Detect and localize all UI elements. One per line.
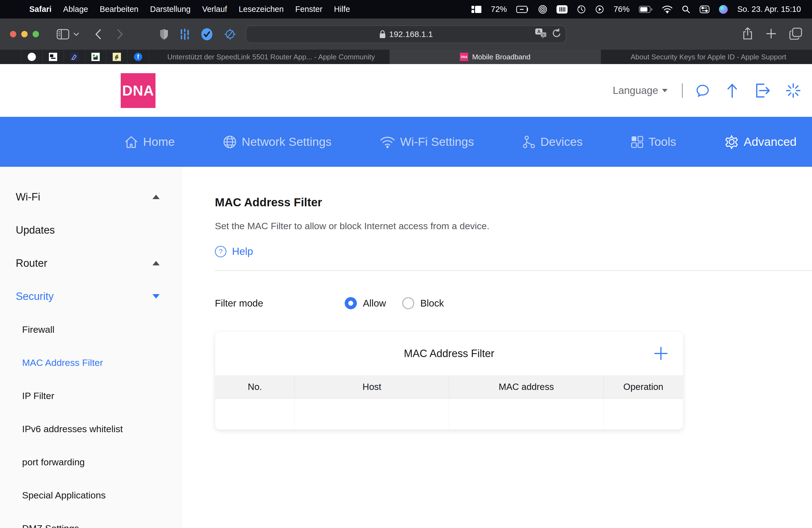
back-button[interactable] — [95, 29, 101, 40]
small-battery-icon[interactable] — [516, 6, 529, 13]
wifi-icon[interactable] — [662, 5, 672, 13]
nav-label: Devices — [540, 135, 583, 149]
forward-button[interactable] — [117, 29, 124, 40]
minimize-window-button[interactable] — [21, 31, 28, 37]
sidebar-section-security[interactable]: Security — [0, 291, 181, 303]
tab-title: Mobile Broadband — [472, 53, 530, 61]
language-caret-icon — [662, 89, 668, 92]
filter-mode-label: Filter mode — [215, 298, 345, 309]
privacy-shield-icon[interactable] — [159, 28, 169, 40]
section-label: Security — [16, 291, 54, 303]
section-label: Updates — [16, 224, 55, 236]
feedback-chat-icon[interactable] — [695, 84, 710, 98]
safari-toolbar: 192.168.1.1 Ax — [0, 18, 812, 50]
sidebar-toggle-icon[interactable] — [57, 29, 69, 40]
svg-text:x: x — [543, 33, 545, 37]
battery-icon[interactable] — [639, 6, 653, 13]
sidebar-item-dmz-settings[interactable]: DMZ Settings — [0, 523, 79, 528]
stage-manager-icon[interactable] — [472, 5, 481, 14]
zoom-window-button[interactable] — [33, 31, 39, 37]
tab-title: Unterstützt der SpeedLink 5501 Router Ap… — [168, 53, 375, 61]
collapse-up-icon — [153, 261, 160, 265]
spotlight-icon[interactable] — [682, 5, 690, 14]
card-header: MAC Address Filter — [215, 332, 683, 375]
help-question-icon: ? — [215, 246, 227, 258]
adguard-extension-icon[interactable] — [180, 28, 190, 40]
menu-safari[interactable]: Safari — [24, 5, 57, 14]
page-description: Set the MAC Filter to allow or block Int… — [215, 221, 812, 231]
sidebar-section-wifi[interactable]: Wi-Fi — [0, 191, 181, 203]
menu-hilfe[interactable]: Hilfe — [328, 5, 356, 14]
menu-darstellung[interactable]: Darstellung — [144, 5, 197, 14]
nav-devices[interactable]: Devices — [522, 135, 583, 149]
pinned-tab-green-trees[interactable] — [85, 50, 106, 64]
menu-lesezeichen[interactable]: Lesezeichen — [233, 5, 289, 14]
nav-label: Tools — [649, 135, 676, 149]
logout-icon[interactable] — [755, 83, 770, 98]
sidebar-item-firewall[interactable]: Firewall — [0, 324, 54, 335]
now-playing-icon[interactable] — [595, 5, 604, 14]
tab-overview-icon[interactable] — [789, 28, 802, 41]
nav-wifi-settings[interactable]: Wi-Fi Settings — [380, 135, 474, 149]
translate-icon[interactable]: Ax — [535, 28, 547, 41]
refresh-spinner-icon[interactable] — [785, 83, 801, 98]
sidebar-item-ipv6-whitelist[interactable]: IPv6 addresses whitelist — [0, 424, 123, 435]
help-link[interactable]: ? Help — [215, 246, 253, 258]
filter-mode-row: Filter mode Allow Block — [215, 297, 812, 309]
pinned-tab-apple[interactable] — [0, 50, 21, 64]
reload-icon[interactable] — [552, 28, 561, 40]
left-battery-percent: 72% — [491, 5, 507, 14]
home-icon — [124, 135, 138, 149]
empty-table-row — [215, 398, 683, 429]
airdrop-icon[interactable] — [538, 5, 547, 14]
tab-apple-support[interactable]: About Security Keys for Apple ID - Apple… — [601, 50, 812, 64]
nav-tools[interactable]: Tools — [631, 135, 676, 149]
nav-network-settings[interactable]: Network Settings — [223, 135, 331, 149]
nav-advanced[interactable]: Advanced — [724, 135, 797, 149]
add-rule-button[interactable] — [653, 346, 669, 361]
sidebar-section-updates[interactable]: Updates — [0, 224, 181, 236]
sidebar-item-ip-filter[interactable]: IP Filter — [0, 391, 54, 401]
upload-icon[interactable] — [725, 83, 739, 98]
sidebar-item-mac-address-filter[interactable]: MAC Address Filter — [0, 357, 103, 368]
control-center-icon[interactable] — [700, 5, 710, 13]
pinned-tab-dark-circle[interactable] — [21, 50, 43, 64]
radio-block[interactable] — [402, 297, 414, 309]
pinned-tab-yellow[interactable] — [106, 50, 128, 64]
sidebar-item-port-forwarding[interactable]: port forwarding — [0, 457, 85, 468]
globe-icon — [223, 135, 237, 149]
checkmark-extension-icon[interactable] — [201, 28, 213, 40]
time-machine-icon[interactable] — [577, 5, 586, 14]
pinned-tab-blue-figure[interactable] — [64, 50, 85, 64]
radio-block-label[interactable]: Block — [420, 298, 444, 309]
language-dropdown[interactable]: Language — [613, 85, 668, 97]
nav-home[interactable]: Home — [124, 135, 175, 149]
sidebar-chevron-icon[interactable] — [73, 32, 79, 36]
macos-menu-bar: Safari Ablage Bearbeiten Darstellung Ver… — [0, 0, 812, 18]
menu-bearbeiten[interactable]: Bearbeiten — [94, 5, 144, 14]
sidebar-item-special-applications[interactable]: Special Applications — [0, 490, 105, 501]
menu-clock[interactable]: So. 23. Apr. 15:10 — [737, 5, 801, 14]
tab-apple-community[interactable]: Unterstützt der SpeedLink 5501 Router Ap… — [149, 50, 390, 64]
address-bar[interactable]: 192.168.1.1 Ax — [246, 25, 566, 43]
crosshair-extension-icon[interactable] — [224, 28, 236, 40]
radio-allow[interactable] — [345, 297, 357, 309]
pinned-tab-facebook[interactable]: f — [128, 50, 149, 64]
radio-allow-label[interactable]: Allow — [363, 298, 386, 309]
close-window-button[interactable] — [10, 31, 16, 37]
keyboard-icon[interactable] — [556, 5, 568, 14]
tab-mobile-broadband[interactable]: DNA Mobile Broadband — [390, 50, 601, 64]
gear-icon — [724, 135, 739, 149]
share-icon[interactable] — [742, 27, 753, 41]
menu-ablage[interactable]: Ablage — [57, 5, 94, 14]
menu-verlauf[interactable]: Verlauf — [197, 5, 233, 14]
siri-icon[interactable] — [719, 5, 728, 14]
green-trees-favicon — [91, 53, 100, 61]
url-text: 192.168.1.1 — [389, 30, 433, 39]
sidebar-section-router[interactable]: Router — [0, 258, 181, 269]
new-tab-icon[interactable] — [766, 28, 777, 40]
plus-icon — [653, 346, 669, 361]
pinned-tab-sketch[interactable] — [43, 50, 64, 64]
lock-icon — [379, 30, 386, 39]
menu-fenster[interactable]: Fenster — [289, 5, 328, 14]
